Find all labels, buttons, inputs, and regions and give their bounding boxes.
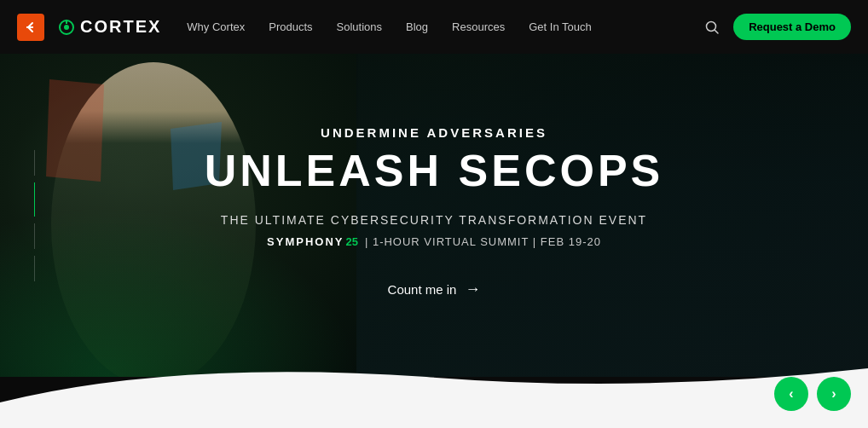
nav-link-get-in-touch[interactable]: Get In Touch [529, 20, 591, 33]
search-icon [704, 20, 720, 35]
symphony-badge: SYMPHONY25 [267, 235, 358, 248]
nav-link-blog[interactable]: Blog [406, 20, 428, 33]
nav-link-resources[interactable]: Resources [452, 20, 505, 33]
next-arrow-button[interactable]: › [817, 377, 851, 411]
prev-arrow-button[interactable]: ‹ [774, 377, 808, 411]
carousel-nav: ‹ › [774, 377, 851, 411]
svg-point-2 [64, 25, 69, 30]
hero-content: UNDERMINE ADVERSARIES UNLEASH SECOPS THE… [0, 54, 868, 377]
cta-arrow-icon: → [465, 281, 480, 298]
hero-event-line: SYMPHONY25 | 1-HOUR VIRTUAL SUMMIT | FEB… [267, 235, 601, 248]
event-number: 25 [345, 235, 357, 248]
logo[interactable]: CORTEX [58, 17, 161, 37]
nav-right: Request a Demo [704, 14, 851, 40]
search-button[interactable] [704, 20, 720, 35]
back-icon [24, 20, 38, 34]
request-demo-button[interactable]: Request a Demo [733, 14, 851, 40]
logo-text: CORTEX [80, 17, 161, 37]
navbar: CORTEX Why Cortex Products Solutions Blo… [0, 0, 868, 54]
next-arrow-icon: › [831, 386, 836, 402]
cta-label: Count me in [388, 282, 457, 297]
nav-link-products[interactable]: Products [269, 20, 312, 33]
cta-button[interactable]: Count me in → [374, 274, 495, 305]
svg-line-5 [715, 30, 719, 33]
hero-description: THE ULTIMATE CYBERSECURITY TRANSFORMATIO… [221, 213, 647, 227]
back-button[interactable] [17, 14, 44, 41]
nav-links: Why Cortex Products Solutions Blog Resou… [187, 20, 704, 33]
bottom-curve [0, 360, 868, 428]
svg-point-4 [707, 21, 716, 31]
hero-title: UNLEASH SECOPS [205, 147, 664, 195]
event-name: SYMPHONY [267, 235, 344, 248]
prev-arrow-icon: ‹ [789, 386, 793, 402]
hero-subtitle: UNDERMINE ADVERSARIES [321, 125, 547, 140]
hero-section: UNDERMINE ADVERSARIES UNLEASH SECOPS THE… [0, 0, 868, 428]
event-details: | 1-HOUR VIRTUAL SUMMIT | FEB 19-20 [365, 235, 601, 248]
logo-icon [58, 19, 75, 36]
nav-link-why-cortex[interactable]: Why Cortex [187, 20, 245, 33]
nav-link-solutions[interactable]: Solutions [337, 20, 382, 33]
svg-rect-0 [26, 26, 33, 28]
